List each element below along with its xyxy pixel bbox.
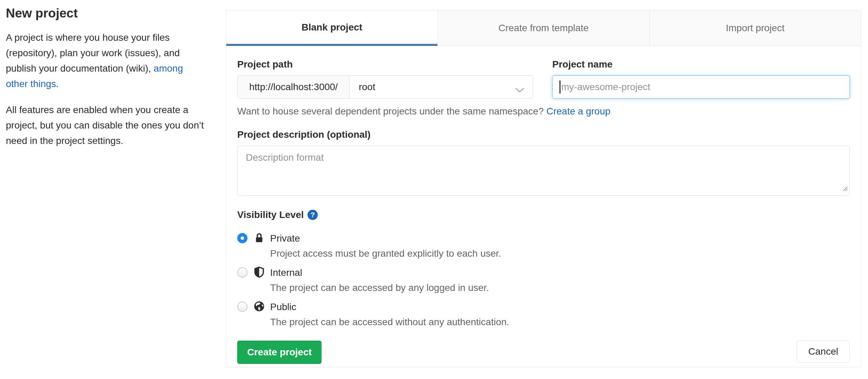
intro-paragraph: A project is where you house your files …	[6, 30, 204, 91]
project-type-tabs: Blank project Create from template Impor…	[226, 11, 861, 46]
page-title: New project	[6, 6, 204, 21]
visibility-option-public: Public The project can be accessed witho…	[237, 300, 850, 330]
blank-project-form: Project path http://localhost:3000/ root…	[226, 59, 861, 364]
tab-blank-project[interactable]: Blank project	[226, 11, 437, 46]
visibility-option-name[interactable]: Internal	[270, 266, 850, 280]
project-description-label: Project description (optional)	[237, 129, 850, 140]
namespace-helper-text: Want to house several dependent projects…	[237, 106, 850, 117]
text-cursor	[559, 81, 560, 94]
visibility-option-private: Private Project access must be granted e…	[237, 231, 850, 261]
project-name-label: Project name	[552, 59, 850, 70]
url-prefix: http://localhost:3000/	[238, 76, 350, 98]
shield-icon	[253, 266, 265, 279]
cancel-button[interactable]: Cancel	[797, 341, 850, 363]
help-icon[interactable]: ?	[308, 210, 318, 220]
visibility-options: Private Project access must be granted e…	[237, 231, 850, 330]
globe-icon	[253, 301, 265, 314]
create-a-group-link[interactable]: Create a group	[546, 106, 611, 117]
tab-import-project[interactable]: Import project	[650, 11, 861, 46]
project-path-input-group: http://localhost:3000/ root	[237, 75, 533, 99]
internal-radio[interactable]	[237, 267, 248, 278]
chevron-down-icon	[515, 84, 525, 95]
public-radio[interactable]	[237, 302, 248, 312]
namespace-select[interactable]: root	[350, 76, 533, 98]
new-project-panel: Blank project Create from template Impor…	[226, 10, 861, 367]
create-project-button[interactable]: Create project	[237, 341, 322, 364]
project-description-textarea[interactable]: Description format	[237, 146, 850, 196]
visibility-level-label: Visibility Level ?	[237, 209, 850, 220]
visibility-option-description: The project can be accessed without any …	[270, 315, 850, 330]
lock-icon	[253, 232, 265, 245]
tab-create-from-template[interactable]: Create from template	[437, 11, 649, 46]
visibility-option-internal: Internal The project can be accessed by …	[237, 266, 850, 295]
resize-handle[interactable]	[842, 183, 848, 194]
features-paragraph: All features are enabled when you create…	[6, 102, 204, 148]
visibility-option-description: The project can be accessed by any logge…	[270, 280, 850, 295]
new-project-sidebar: New project A project is where you house…	[6, 6, 204, 159]
private-radio[interactable]	[237, 233, 248, 243]
form-actions: Create project Cancel	[237, 341, 850, 364]
visibility-option-description: Project access must be granted explicitl…	[270, 246, 850, 261]
project-path-label: Project path	[237, 59, 533, 70]
visibility-option-name[interactable]: Private	[270, 231, 850, 246]
visibility-option-name[interactable]: Public	[270, 300, 850, 314]
project-name-input[interactable]: my-awesome-project	[552, 75, 850, 99]
